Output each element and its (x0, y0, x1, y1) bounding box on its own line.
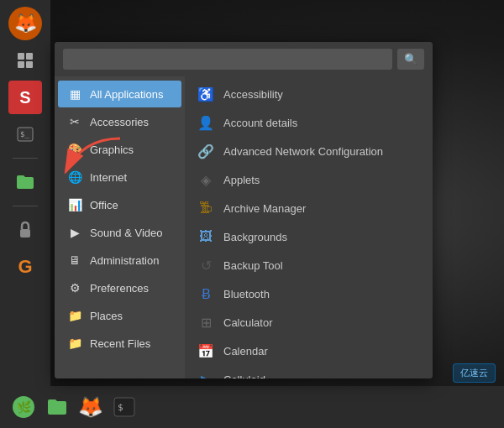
search-input[interactable] (63, 49, 392, 70)
category-sound-video[interactable]: ▶Sound & Video (58, 219, 181, 246)
advanced-network-app-icon: 🔗 (197, 142, 215, 160)
places-category-label: Places (90, 310, 123, 322)
search-bar: 🔍 (55, 42, 433, 76)
administration-category-icon: 🖥 (66, 252, 83, 269)
archive-manager-app-icon: 🗜 (197, 199, 215, 217)
svg-text:$: $ (118, 402, 123, 413)
preferences-category-label: Preferences (90, 282, 149, 295)
backgrounds-app-name: Backgrounds (223, 231, 287, 243)
search-button[interactable]: 🔍 (397, 49, 424, 70)
app-item-archive-manager[interactable]: 🗜Archive Manager (185, 194, 433, 222)
app-item-advanced-network[interactable]: 🔗Advanced Network Configuration (185, 137, 433, 165)
category-graphics[interactable]: 🎨Graphics (58, 136, 181, 163)
bluetooth-app-icon: Ƀ (197, 284, 215, 303)
app-item-bluetooth[interactable]: ɃBluetooth (185, 279, 433, 308)
svg-rect-3 (26, 61, 33, 68)
categories-panel: ▦All Applications✂Accessories🎨Graphics🌐I… (55, 76, 185, 378)
category-internet[interactable]: 🌐Internet (58, 164, 181, 191)
taskbar-firefox-icon[interactable]: 🦊 (8, 7, 42, 40)
calculator-app-icon: ⊞ (197, 313, 215, 331)
recent-category-icon: 📁 (66, 335, 83, 352)
accessories-category-icon: ✂ (66, 113, 83, 130)
apps-panel: ♿Accessibility👤Account details🔗Advanced … (185, 76, 433, 378)
accessibility-app-name: Accessibility (223, 88, 283, 101)
taskbar-bottom: 🌿 🦊 $ (0, 386, 504, 428)
all-category-label: All Applications (90, 88, 163, 101)
menu-body: ▦All Applications✂Accessories🎨Graphics🌐I… (55, 76, 433, 378)
taskbar-bottom-mint-icon[interactable]: 🌿 (8, 392, 39, 422)
backup-tool-app-name: Backup Tool (223, 259, 283, 272)
app-item-calculator[interactable]: ⊞Calculator (185, 308, 433, 337)
applets-app-icon: ◈ (197, 170, 215, 189)
taskbar-g-icon[interactable]: G (8, 250, 42, 284)
svg-rect-2 (18, 61, 24, 68)
celluloid-app-name: Celluloid (223, 373, 265, 379)
recent-category-label: Recent Files (90, 337, 150, 350)
taskbar-lock-icon[interactable] (8, 213, 42, 247)
category-administration[interactable]: 🖥Administration (58, 247, 181, 274)
separator-1 (13, 158, 38, 159)
backup-tool-app-icon: ↺ (197, 256, 215, 274)
taskbar-bottom-terminal-icon[interactable]: $ (109, 392, 139, 422)
applets-app-name: Applets (223, 174, 260, 186)
sound-video-category-icon: ▶ (66, 224, 83, 241)
separator-2 (13, 206, 38, 206)
app-item-accessibility[interactable]: ♿Accessibility (185, 80, 433, 108)
places-category-icon: 📁 (66, 307, 83, 324)
taskbar-menu-icon[interactable]: S (8, 81, 42, 114)
internet-category-label: Internet (90, 171, 127, 184)
svg-rect-0 (18, 53, 24, 60)
category-office[interactable]: 📊Office (58, 191, 181, 218)
app-item-backup-tool[interactable]: ↺Backup Tool (185, 251, 433, 279)
all-category-icon: ▦ (66, 86, 83, 102)
archive-manager-app-name: Archive Manager (223, 202, 306, 215)
graphics-category-icon: 🎨 (66, 141, 83, 158)
taskbar-grid-icon[interactable] (8, 44, 42, 77)
calendar-app-name: Calendar (223, 345, 268, 358)
account-details-app-name: Account details (223, 117, 297, 129)
app-item-backgrounds[interactable]: 🖼Backgrounds (185, 222, 433, 251)
category-recent[interactable]: 📁Recent Files (58, 330, 181, 357)
calendar-app-icon: 📅 (197, 342, 215, 360)
account-details-app-icon: 👤 (197, 113, 215, 132)
administration-category-label: Administration (90, 254, 159, 267)
taskbar-bottom-firefox-icon[interactable]: 🦊 (76, 392, 106, 422)
app-item-celluloid[interactable]: ▶Celluloid (185, 365, 433, 378)
advanced-network-app-name: Advanced Network Configuration (223, 145, 383, 158)
category-accessories[interactable]: ✂Accessories (58, 108, 181, 135)
office-category-icon: 📊 (66, 196, 83, 213)
graphics-category-label: Graphics (90, 144, 134, 156)
preferences-category-icon: ⚙ (66, 279, 83, 296)
calculator-app-name: Calculator (223, 316, 273, 329)
internet-category-icon: 🌐 (66, 169, 83, 185)
bluetooth-app-name: Bluetooth (223, 288, 270, 300)
svg-text:🌿: 🌿 (17, 400, 32, 415)
app-item-applets[interactable]: ◈Applets (185, 165, 433, 194)
svg-text:$_: $_ (20, 130, 29, 138)
taskbar-terminal-icon[interactable]: $_ (8, 117, 42, 151)
taskbar-bottom-files-icon[interactable] (42, 392, 72, 422)
app-item-account-details[interactable]: 👤Account details (185, 108, 433, 137)
celluloid-app-icon: ▶ (197, 370, 215, 378)
sound-video-category-label: Sound & Video (90, 227, 163, 239)
accessibility-app-icon: ♿ (197, 85, 215, 103)
svg-rect-6 (20, 229, 30, 237)
category-all[interactable]: ▦All Applications (58, 81, 181, 107)
office-category-label: Office (90, 199, 118, 211)
accessories-category-label: Accessories (90, 116, 149, 128)
backgrounds-app-icon: 🖼 (197, 227, 215, 246)
svg-rect-1 (26, 53, 33, 60)
category-preferences[interactable]: ⚙Preferences (58, 274, 181, 301)
app-menu: 🔍 ▦All Applications✂Accessories🎨Graphics… (55, 42, 433, 378)
watermark: 亿速云 (453, 363, 496, 383)
category-places[interactable]: 📁Places (58, 302, 181, 329)
taskbar-left: 🦊 S $_ G (0, 0, 50, 428)
app-item-calendar[interactable]: 📅Calendar (185, 337, 433, 365)
taskbar-files-icon[interactable] (8, 165, 42, 199)
